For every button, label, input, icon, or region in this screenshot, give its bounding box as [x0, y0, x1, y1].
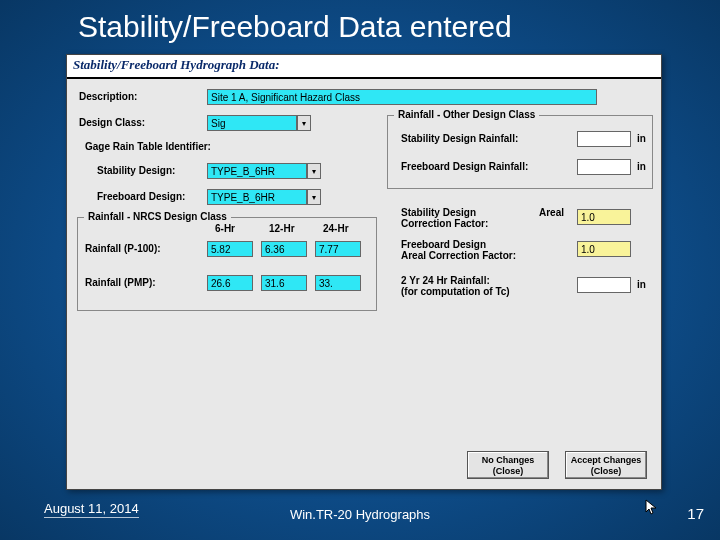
- rainfall-pmp-label: Rainfall (PMP):: [85, 277, 156, 288]
- stability-rainfall-unit: in: [637, 133, 646, 144]
- other-groupbox: Rainfall - Other Design Class: [387, 115, 653, 189]
- freeboard-rainfall-input[interactable]: [577, 159, 631, 175]
- slide-title: Stability/Freeboard Data entered: [0, 0, 720, 50]
- freeboard-rainfall-label: Freeboard Design Rainfall:: [401, 161, 528, 172]
- other-group-title: Rainfall - Other Design Class: [394, 109, 539, 120]
- design-class-dropdown-arrow[interactable]: ▾: [297, 115, 311, 131]
- rainfall-p100-label: Rainfall (P-100):: [85, 243, 161, 254]
- design-class-label: Design Class:: [79, 117, 145, 128]
- freeboard-rainfall-unit: in: [637, 161, 646, 172]
- stability-design-label: Stability Design:: [97, 165, 175, 176]
- rainfall-p100-6[interactable]: 5.82: [207, 241, 253, 257]
- app-window: Stability/Freeboard Hydrograph Data: Des…: [66, 54, 662, 490]
- freeboard-design-dropdown-arrow[interactable]: ▾: [307, 189, 321, 205]
- col-12hr: 12-Hr: [269, 223, 295, 234]
- footer-page: 17: [687, 505, 704, 522]
- stability-design-dropdown-arrow[interactable]: ▾: [307, 163, 321, 179]
- rainfall-pmp-6[interactable]: 26.6: [207, 275, 253, 291]
- rainfall-pmp-12[interactable]: 31.6: [261, 275, 307, 291]
- no-changes-button[interactable]: No Changes (Close): [467, 451, 549, 479]
- col-6hr: 6-Hr: [215, 223, 235, 234]
- zyr-label: 2 Yr 24 Hr Rainfall: (for computation of…: [401, 275, 510, 297]
- accept-changes-label: Accept Changes (Close): [571, 455, 642, 476]
- nrcs-group-title: Rainfall - NRCS Design Class: [84, 211, 231, 222]
- col-24hr: 24-Hr: [323, 223, 349, 234]
- design-class-input[interactable]: Sig: [207, 115, 297, 131]
- stability-corr-input[interactable]: 1.0: [577, 209, 631, 225]
- description-input[interactable]: Site 1 A, Significant Hazard Class: [207, 89, 597, 105]
- freeboard-corr-label: Freeboard Design Areal Correction Factor…: [401, 239, 516, 261]
- stability-design-input[interactable]: TYPE_B_6HR: [207, 163, 307, 179]
- zyr-unit: in: [637, 279, 646, 290]
- accept-changes-button[interactable]: Accept Changes (Close): [565, 451, 647, 479]
- freeboard-design-label: Freeboard Design:: [97, 191, 185, 202]
- gage-rain-label: Gage Rain Table Identifier:: [85, 141, 211, 152]
- stability-corr-label: Stability Design Correction Factor:: [401, 207, 488, 229]
- description-label: Description:: [79, 91, 137, 102]
- no-changes-label: No Changes (Close): [482, 455, 535, 476]
- freeboard-corr-input[interactable]: 1.0: [577, 241, 631, 257]
- window-header: Stability/Freeboard Hydrograph Data:: [67, 55, 661, 79]
- footer-center: Win.TR-20 Hydrographs: [0, 507, 720, 522]
- form-body: Description: Site 1 A, Significant Hazar…: [67, 79, 661, 487]
- stability-rainfall-label: Stability Design Rainfall:: [401, 133, 518, 144]
- rainfall-p100-24[interactable]: 7.77: [315, 241, 361, 257]
- zyr-input[interactable]: [577, 277, 631, 293]
- rainfall-pmp-24[interactable]: 33.: [315, 275, 361, 291]
- freeboard-design-input[interactable]: TYPE_B_6HR: [207, 189, 307, 205]
- rainfall-p100-12[interactable]: 6.36: [261, 241, 307, 257]
- stability-corr-areal: Areal: [539, 207, 564, 218]
- stability-rainfall-input[interactable]: [577, 131, 631, 147]
